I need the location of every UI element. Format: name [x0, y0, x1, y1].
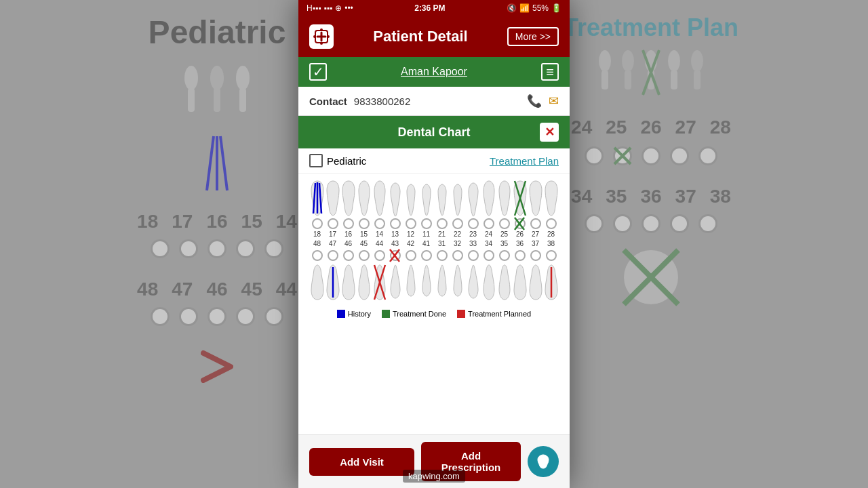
tooth-23[interactable]	[465, 182, 481, 217]
ltooth-44[interactable]	[372, 264, 387, 301]
teeth-area: 18 17 16 15 14 13 12 11 21 22 23 24 25 2…	[298, 174, 570, 434]
root-26	[512, 218, 528, 229]
pediatric-label: Pediatric	[327, 155, 366, 167]
tooth-16[interactable]	[340, 180, 356, 217]
legend: History Treatment Done Treatment Planned	[304, 304, 564, 321]
tooth-28[interactable]	[543, 180, 559, 217]
phone-frame: H▪▪▪ ▪▪▪ ⊕ ••• 2:36 PM 🔇 📶 55% 🔋 Patient…	[298, 0, 570, 488]
tooth-24[interactable]	[481, 180, 496, 217]
num-38: 38	[543, 240, 559, 247]
tooth-12[interactable]	[403, 183, 418, 217]
num-48: 48	[309, 240, 325, 247]
ltooth-41[interactable]	[418, 264, 434, 298]
treatment-plan-link[interactable]: Treatment Plan	[490, 155, 559, 167]
phone-icon[interactable]: 📞	[527, 94, 542, 108]
svg-rect-10	[601, 70, 608, 89]
ltooth-31[interactable]	[434, 264, 450, 298]
svg-rect-5	[239, 88, 246, 112]
ltooth-47[interactable]	[325, 264, 340, 301]
contact-row: Contact 9833800262 📞 ✉	[298, 87, 570, 116]
ltooth-35[interactable]	[496, 264, 512, 301]
ltooth-42[interactable]	[403, 264, 418, 298]
num-13: 13	[387, 230, 403, 238]
mute-icon: 🔇	[507, 3, 517, 13]
lroot-46	[340, 250, 356, 261]
ltooth-33[interactable]	[465, 264, 481, 299]
ltooth-38[interactable]	[543, 264, 559, 301]
lroot-41	[418, 250, 434, 261]
bg-left-title: Pediatric	[149, 14, 286, 51]
tooth-21[interactable]	[434, 183, 450, 217]
lroot-43	[387, 250, 403, 261]
tooth-18[interactable]	[309, 180, 325, 217]
num-45: 45	[356, 240, 372, 247]
patient-menu-icon[interactable]: ≡	[541, 63, 559, 81]
root-27	[528, 218, 543, 229]
bg-numbers-bottom: 4847464544	[137, 279, 297, 300]
num-16: 16	[340, 230, 356, 238]
num-46: 46	[340, 240, 356, 247]
bg-right-numbers: 2425262728	[571, 117, 731, 138]
lroot-38	[543, 250, 559, 261]
modal-header: Dental Chart ✕	[298, 116, 570, 148]
email-icon[interactable]: ✉	[549, 94, 559, 108]
lroot-42	[403, 250, 418, 261]
patient-check-icon: ✓	[309, 63, 327, 81]
watermark: kapwing.com	[403, 470, 465, 483]
patient-name[interactable]: Aman Kapoor	[327, 66, 541, 78]
lroot-48	[309, 250, 325, 261]
app-logo	[309, 24, 334, 49]
ltooth-45[interactable]	[356, 264, 372, 301]
root-28	[543, 218, 559, 229]
root-13	[387, 218, 403, 229]
tooth-11[interactable]	[418, 183, 434, 217]
num-23: 23	[465, 230, 481, 238]
num-22: 22	[450, 230, 465, 238]
ltooth-34[interactable]	[481, 264, 496, 301]
tooth-25[interactable]	[496, 180, 512, 217]
num-36: 36	[512, 240, 528, 247]
num-11: 11	[418, 230, 434, 238]
status-right: 🔇 📶 55% 🔋	[507, 3, 561, 13]
ltooth-43[interactable]	[387, 264, 403, 299]
num-42: 42	[403, 240, 418, 247]
ltooth-32[interactable]	[450, 264, 465, 298]
ltooth-37[interactable]	[528, 264, 543, 301]
chart-controls: Pediatric Treatment Plan	[298, 148, 570, 174]
lroot-35	[496, 250, 512, 261]
num-14: 14	[372, 230, 387, 238]
pediatric-checkbox[interactable]: Pediatric	[309, 154, 366, 167]
svg-line-6	[207, 136, 214, 190]
ltooth-48[interactable]	[309, 264, 325, 301]
num-28: 28	[543, 230, 559, 238]
dental-chart-modal: Dental Chart ✕ Pediatric Treatment Plan	[298, 116, 570, 488]
num-31: 31	[434, 240, 450, 247]
svg-rect-18	[671, 70, 677, 89]
num-26: 26	[512, 230, 528, 238]
tooth-27[interactable]	[528, 180, 543, 217]
lroot-33	[465, 250, 481, 261]
svg-point-19	[691, 50, 703, 72]
tooth-22[interactable]	[450, 183, 465, 217]
tooth-13[interactable]	[387, 182, 403, 217]
dots: •••	[344, 3, 353, 13]
ltooth-46[interactable]	[340, 264, 356, 301]
ltooth-36[interactable]	[512, 264, 528, 301]
battery: 55%	[532, 3, 549, 13]
add-visit-button[interactable]: Add Visit	[309, 448, 414, 476]
modal-close-button[interactable]: ✕	[540, 123, 559, 142]
root-24	[481, 218, 496, 229]
bg-right-title: Treatment Plan	[564, 14, 738, 42]
tooth-15[interactable]	[356, 180, 372, 217]
more-button[interactable]: More >>	[507, 27, 559, 46]
lroot-31	[434, 250, 450, 261]
tooth-14[interactable]	[372, 180, 387, 217]
tooth-17[interactable]	[325, 180, 340, 217]
tooth-26[interactable]	[512, 180, 528, 217]
usb-icon: ⊕	[335, 3, 342, 13]
num-33: 33	[465, 240, 481, 247]
checkbox-box[interactable]	[309, 154, 323, 167]
tooth-icon-button[interactable]	[528, 446, 559, 477]
lroot-36	[512, 250, 528, 261]
status-time: 2:36 PM	[414, 3, 445, 13]
